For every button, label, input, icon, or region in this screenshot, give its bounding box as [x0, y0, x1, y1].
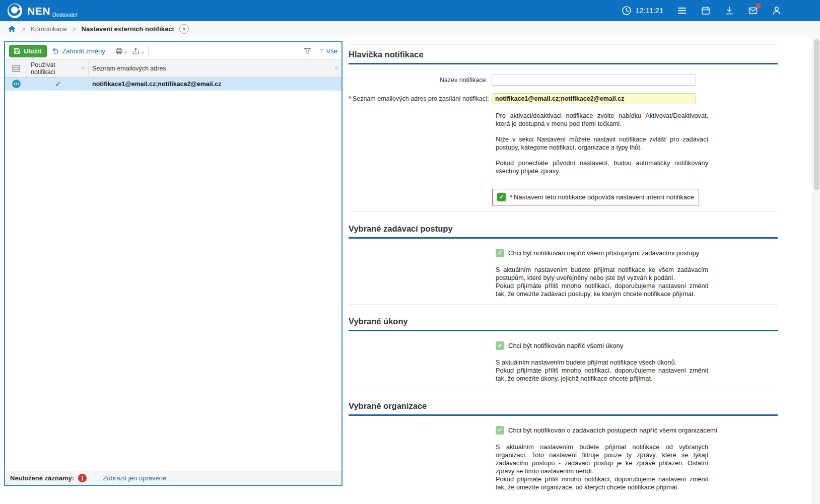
required-asterisk: *: [510, 193, 512, 201]
field-notification-name: Název notifikace:: [349, 75, 778, 86]
notifications-list-panel: Uložit Zahodit změny ▽ ▽ ▽ Vše: [4, 41, 343, 486]
column-label: Seznam emailových adres: [92, 65, 333, 72]
column-header-use-notification[interactable]: Používat notifikaci ▽: [27, 60, 89, 77]
column-label: Používat notifikaci: [31, 61, 80, 76]
discard-changes-button[interactable]: Zahodit změny: [51, 47, 105, 55]
help-text: Pokud ponecháte původní nastavení, budou…: [496, 159, 708, 175]
brand: NEN Dodavatel: [27, 6, 77, 16]
toolbar-separator: [148, 46, 149, 55]
all-procedures-checkbox[interactable]: ✓: [496, 249, 504, 257]
section-procedures: Vybrané zadávací postupy ✓ Chci být noti…: [349, 224, 778, 298]
print-button[interactable]: ▽: [115, 47, 127, 55]
mail-notification-badge: [756, 4, 761, 8]
internal-notification-checkbox-label: *Nastavení této notifikace odpovídá nast…: [510, 193, 694, 201]
help-text: Pokud přijímáte příliš mnoho notifikací,…: [496, 475, 708, 491]
section-underline: [349, 330, 778, 331]
breadcrumb-separator: >: [73, 26, 76, 33]
required-asterisk: *: [349, 95, 351, 102]
section-underline: [349, 414, 778, 416]
section-title: Vybrané organizace: [349, 401, 778, 411]
section-title-header: Hlavička notifikace: [349, 50, 778, 59]
all-actions-checkbox-row: ✓ Chci být notifikován napříč všemi úkon…: [496, 341, 778, 350]
field-notification-emails: *Seznam emailových adres pro zasílání no…: [349, 93, 778, 104]
organizations-help-texts: S aktuálním nastavením budete přijímat n…: [349, 443, 778, 491]
toolbar-separator: [110, 46, 110, 55]
all-organizations-checkbox-row: ✓ Chci být notifikován o zadávacích post…: [496, 426, 778, 435]
export-button[interactable]: ▽: [131, 47, 144, 55]
view-all-dropdown[interactable]: ▽ Vše: [320, 47, 337, 55]
filter-funnel-icon[interactable]: [303, 47, 312, 55]
nen-logo-icon: [7, 3, 23, 19]
all-procedures-checkbox-label: Chci být notifikován napříč všemi přístu…: [508, 249, 699, 257]
column-filter-icon[interactable]: ▽: [335, 66, 338, 70]
select-columns-icon[interactable]: [5, 60, 27, 77]
export-dropdown-icon[interactable]: ▽: [141, 52, 144, 55]
table-header: Používat notifikaci ▽ Seznam emailových …: [5, 59, 341, 78]
section-divider: [349, 304, 778, 305]
section-underline: [349, 237, 778, 239]
three-dots-menu-icon[interactable]: [12, 79, 21, 89]
help-text: S aktuálním nastavením budete přijímat n…: [496, 266, 708, 282]
all-actions-checkbox[interactable]: ✓: [496, 341, 504, 350]
topbar-actions: 12:11:21: [622, 6, 820, 16]
breadcrumb-separator: >: [22, 26, 25, 33]
breadcrumb-item-komunikace[interactable]: Komunikace: [31, 25, 67, 33]
all-actions-checkbox-label: Chci být notifikován napříč všemi úkony: [508, 342, 623, 349]
clock-icon: [622, 6, 632, 16]
show-modified-link[interactable]: Zobrazit jen upravené: [103, 474, 166, 482]
row-menu-cell: [5, 79, 27, 89]
table-empty-area: [5, 91, 341, 471]
help-text: Pro aktivaci/deaktivaci notifikace zvolt…: [496, 112, 708, 128]
home-icon[interactable]: [8, 25, 16, 33]
section-title: Vybrané zadávací postupy: [349, 224, 778, 234]
list-footer: Neuložené záznamy: 1 Zobrazit jen uprave…: [5, 471, 341, 485]
notification-emails-input[interactable]: [492, 93, 696, 104]
all-procedures-checkbox-row: ✓ Chci být notifikován napříč všemi přís…: [496, 249, 778, 257]
brand-subtitle: Dodavatel: [52, 12, 78, 18]
breadcrumb: > Komunikace > Nastavení externích notif…: [0, 21, 820, 37]
save-button[interactable]: Uložit: [9, 45, 47, 57]
print-dropdown-icon[interactable]: ▽: [124, 52, 127, 55]
notification-row[interactable]: ✓ notifikace1@email.cz;notifikace2@email…: [5, 78, 341, 91]
internal-notification-checkbox[interactable]: ✓: [497, 193, 506, 201]
notification-name-label: Název notifikace:: [349, 77, 492, 84]
section-divider: [349, 389, 778, 389]
notification-emails-label: *Seznam emailových adres pro zasílání no…: [349, 95, 492, 102]
time-text: 12:11:21: [636, 7, 663, 15]
list-toolbar-right: ▽ Vše: [303, 47, 337, 55]
brand-name: NEN: [27, 6, 50, 16]
mail-icon[interactable]: [748, 6, 758, 16]
section-actions: Vybrané úkony ✓ Chci být notifikován nap…: [349, 317, 778, 383]
download-icon[interactable]: [724, 6, 734, 16]
header-help-texts: Pro aktivaci/deaktivaci notifikace zvolt…: [349, 112, 778, 175]
all-organizations-checkbox-label: Chci být notifikován o zadávacích postup…: [508, 426, 717, 434]
menu-icon[interactable]: [677, 6, 687, 16]
help-text: S aktuálním nastavením budete přijímat n…: [496, 443, 708, 475]
procedures-help-texts: S aktuálním nastavením budete přijímat n…: [349, 266, 778, 298]
view-all-label: Vše: [326, 47, 337, 55]
actions-help-texts: S aktuálním nastavením budete přijímat n…: [349, 358, 778, 383]
user-icon[interactable]: [772, 6, 782, 16]
section-underline: [349, 63, 778, 64]
unsaved-records-label: Neuložené záznamy:: [10, 474, 74, 482]
view-all-dropdown-icon: ▽: [320, 49, 323, 53]
notification-name-input[interactable]: [492, 75, 696, 86]
save-button-label: Uložit: [24, 47, 41, 55]
notification-detail-panel: Hlavička notifikace Název notifikace: *S…: [349, 44, 778, 491]
section-title: Vybrané úkony: [349, 317, 778, 326]
discard-changes-label: Zahodit změny: [62, 47, 105, 55]
topbar: NEN Dodavatel 12:11:21: [0, 0, 820, 21]
row-email-cell: notifikace1@email.cz;notifikace2@email.c…: [89, 81, 341, 88]
help-text: S aktuálním nastavením budete přijímat n…: [496, 358, 708, 367]
vertical-scrollbar[interactable]: [812, 37, 820, 504]
close-tab-icon[interactable]: ×: [179, 24, 189, 34]
column-header-email-list[interactable]: Seznam emailových adres ▽: [89, 60, 341, 77]
checkmark-icon: ✓: [55, 81, 61, 88]
scrollbar-thumb[interactable]: [814, 39, 819, 190]
all-organizations-checkbox[interactable]: ✓: [496, 426, 504, 435]
help-text: Pokud přijímáte příliš mnoho notifikací,…: [496, 367, 708, 383]
list-toolbar: Uložit Zahodit změny ▽ ▽ ▽ Vše: [5, 42, 341, 59]
calendar-icon[interactable]: [701, 6, 711, 16]
column-filter-icon[interactable]: ▽: [82, 66, 85, 70]
internal-notification-checkbox-highlight: ✓ *Nastavení této notifikace odpovídá na…: [492, 189, 699, 205]
